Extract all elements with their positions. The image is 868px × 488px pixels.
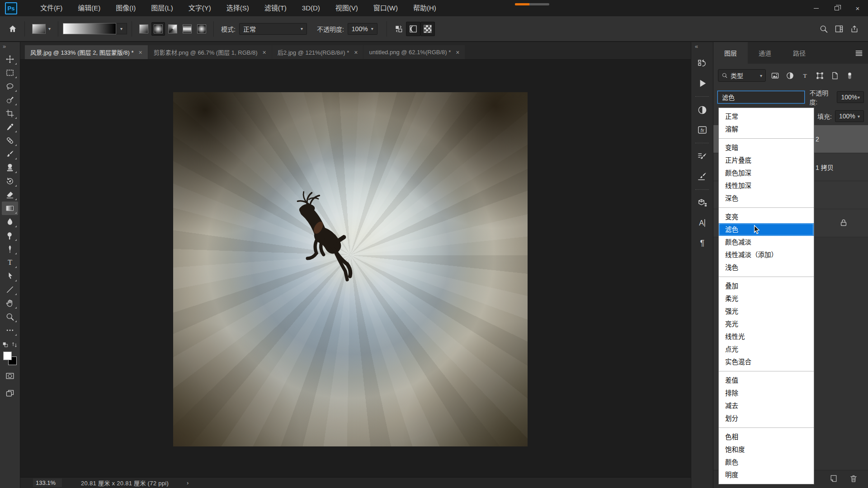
- tab-close-icon[interactable]: ×: [354, 49, 358, 56]
- filter-type-layers-button[interactable]: T: [799, 70, 811, 81]
- menu-item[interactable]: 选择(S): [219, 0, 257, 16]
- delete-layer-button[interactable]: [849, 474, 858, 485]
- eyedropper-tool[interactable]: [2, 120, 18, 134]
- blend-mode-option[interactable]: 明度: [719, 469, 814, 481]
- blend-mode-option[interactable]: 划分: [719, 412, 814, 425]
- blend-mode-option[interactable]: 变亮: [719, 211, 814, 223]
- brushes-panel-button[interactable]: [693, 168, 711, 185]
- menu-item[interactable]: 3D(D): [294, 0, 328, 16]
- filter-shape-layers-button[interactable]: [814, 70, 826, 81]
- crop-tool[interactable]: [2, 107, 18, 120]
- dither-toggle[interactable]: [406, 22, 420, 36]
- collapse-panels-chevron[interactable]: «: [695, 42, 698, 53]
- blend-mode-option[interactable]: 减去: [719, 399, 814, 412]
- radial-gradient-type[interactable]: [151, 22, 165, 36]
- blend-mode-option[interactable]: 点光: [719, 343, 814, 356]
- home-button[interactable]: [5, 22, 20, 36]
- diamond-gradient-type[interactable]: [195, 22, 208, 36]
- blend-mode-option[interactable]: 实色混合: [719, 356, 814, 368]
- panel-tab-channels[interactable]: 通道: [748, 42, 782, 64]
- restore-button[interactable]: [826, 0, 847, 16]
- blend-mode-option[interactable]: 差值: [719, 374, 814, 387]
- filter-adjustment-layers-button[interactable]: [784, 70, 796, 81]
- menu-item[interactable]: 文件(F): [33, 0, 70, 16]
- clone-stamp-tool[interactable]: [2, 161, 18, 174]
- dodge-tool[interactable]: [2, 229, 18, 242]
- minimize-button[interactable]: [806, 0, 826, 16]
- line-tool[interactable]: [2, 283, 18, 296]
- blend-mode-option[interactable]: 线性减淡（添加）: [719, 249, 814, 261]
- quick-mask-button[interactable]: [5, 371, 14, 382]
- menu-item[interactable]: 帮助(H): [406, 0, 444, 16]
- styles-panel-button[interactable]: fx: [693, 121, 711, 138]
- opacity-select[interactable]: 100% ▾: [348, 23, 377, 35]
- fill-select[interactable]: 100% ▾: [835, 110, 864, 122]
- brush-settings-panel-button[interactable]: [693, 148, 711, 165]
- linear-gradient-type[interactable]: [137, 22, 151, 36]
- swap-colors-icon[interactable]: [11, 342, 18, 348]
- blend-mode-option[interactable]: 变暗: [719, 141, 814, 154]
- reverse-toggle[interactable]: [392, 22, 406, 36]
- blend-mode-option[interactable]: 溶解: [719, 123, 814, 136]
- angle-gradient-type[interactable]: [166, 22, 179, 36]
- hand-tool[interactable]: [2, 296, 18, 310]
- reflected-gradient-type[interactable]: [180, 22, 194, 36]
- blend-mode-option[interactable]: 颜色减淡: [719, 236, 814, 249]
- menu-item[interactable]: 文字(Y): [181, 0, 219, 16]
- layer-filter-on-off-toggle[interactable]: [844, 70, 855, 81]
- share-icon[interactable]: [850, 24, 859, 33]
- menu-item[interactable]: 编辑(E): [70, 0, 108, 16]
- workspace-switcher-icon[interactable]: [835, 24, 844, 33]
- type-tool[interactable]: T: [2, 256, 18, 269]
- menu-item[interactable]: 视图(V): [328, 0, 366, 16]
- layer-filter-select[interactable]: 类型 ▾: [718, 69, 766, 82]
- edit-toolbar[interactable]: [2, 324, 18, 337]
- quick-selection-tool[interactable]: [2, 93, 18, 107]
- blend-mode-option[interactable]: 色相: [719, 431, 814, 443]
- foreground-color-swatch[interactable]: [3, 352, 12, 360]
- tab-close-icon[interactable]: ×: [263, 49, 266, 56]
- document-tab[interactable]: untitled.png @ 62.1%(RGB/8) *×: [363, 45, 465, 59]
- filter-pixel-layers-button[interactable]: [769, 70, 781, 81]
- blend-mode-option[interactable]: 强光: [719, 305, 814, 318]
- history-panel-button[interactable]: [693, 55, 711, 72]
- blend-mode-option[interactable]: 颜色: [719, 456, 814, 469]
- adjustments-panel-button[interactable]: [693, 101, 711, 118]
- path-selection-tool[interactable]: [2, 269, 18, 283]
- blend-mode-option[interactable]: 正常: [719, 110, 814, 123]
- blend-mode-option[interactable]: 排除: [719, 387, 814, 399]
- pen-tool[interactable]: [2, 242, 18, 256]
- tab-close-icon[interactable]: ×: [456, 49, 459, 56]
- panel-tab-paths[interactable]: 路径: [782, 42, 816, 64]
- gradient-editor-chevron[interactable]: ▾: [116, 23, 127, 34]
- blend-mode-option[interactable]: 柔光: [719, 292, 814, 305]
- panel-menu-button[interactable]: [850, 42, 868, 64]
- status-chevron[interactable]: ›: [187, 479, 189, 486]
- blend-mode-option[interactable]: 颜色加深: [719, 167, 814, 179]
- mode-select[interactable]: 正常 ▾: [239, 23, 307, 35]
- menu-item[interactable]: 图层(L): [143, 0, 180, 16]
- brush-tool[interactable]: [2, 147, 18, 161]
- eraser-tool[interactable]: [2, 188, 18, 202]
- layer-opacity-select[interactable]: 100% ▾: [837, 91, 864, 103]
- tab-close-icon[interactable]: ×: [138, 49, 142, 56]
- expand-toolbar-chevron[interactable]: »: [0, 42, 9, 52]
- document-tab[interactable]: 后2.jpg @ 121%(RGB/8#) *×: [272, 45, 363, 59]
- blend-mode-option[interactable]: 滤色: [719, 223, 814, 236]
- document-tab[interactable]: 风景.jpg @ 133% (图层 2, 图层蒙版/8) *×: [25, 45, 148, 59]
- actions-panel-button[interactable]: [693, 75, 711, 92]
- lasso-tool[interactable]: [2, 80, 18, 93]
- character-panel-button[interactable]: A: [693, 214, 711, 231]
- menu-item[interactable]: 图像(I): [108, 0, 143, 16]
- gradient-preset-picker[interactable]: ▾: [29, 23, 53, 35]
- screen-mode-button[interactable]: [5, 389, 14, 399]
- 3d-panel-button[interactable]: [693, 194, 711, 211]
- blend-mode-option[interactable]: 正片叠底: [719, 154, 814, 167]
- canvas-image[interactable]: [173, 92, 528, 446]
- blur-tool[interactable]: [2, 215, 18, 229]
- gradient-editor-bar[interactable]: [63, 23, 116, 34]
- search-icon[interactable]: [819, 24, 828, 33]
- blend-mode-select[interactable]: 滤色: [717, 91, 805, 103]
- new-layer-button[interactable]: [829, 474, 838, 485]
- close-button[interactable]: ×: [847, 0, 868, 16]
